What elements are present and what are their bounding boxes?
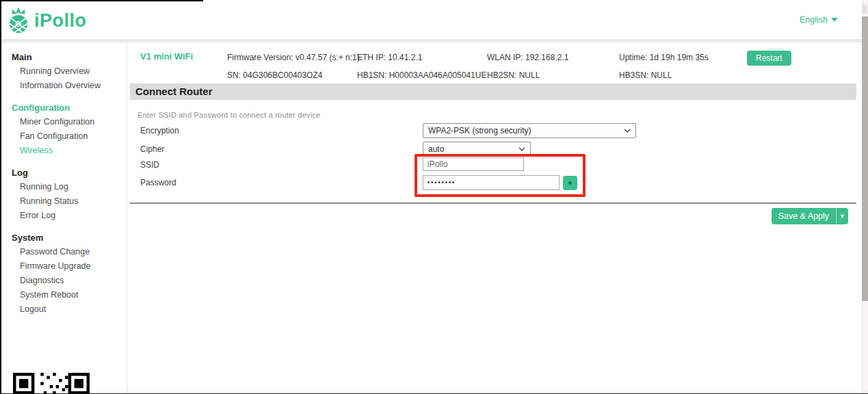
sidebar-item-system-reboot[interactable]: System Reboot	[0, 288, 127, 302]
language-label: English	[800, 15, 828, 25]
section-description: Enter SSID and Password to connect a rou…	[137, 111, 320, 119]
serial-number: SN: 04G306BC00403OZ4	[227, 70, 322, 80]
sidebar-heading-configuration: Configuration	[0, 101, 127, 115]
encryption-selected-value: WPA2-PSK (strong security)	[428, 126, 531, 135]
ssid-label: SSID	[140, 160, 159, 170]
window-border-left	[0, 0, 1, 394]
sidebar-item-running-overview[interactable]: Running Overview	[0, 64, 127, 79]
encryption-label: Encryption	[140, 126, 179, 135]
sidebar-heading-log: Log	[0, 166, 127, 180]
sidebar-nav: Main Running Overview Information Overvi…	[0, 42, 127, 394]
scrollbar-up-arrow[interactable]	[863, 5, 867, 14]
qr-finder-top-left	[13, 373, 34, 394]
vertical-scrollbar	[862, 0, 868, 394]
save-apply-dropdown-button[interactable]: ▼	[836, 208, 848, 224]
restart-button[interactable]: Restart	[747, 51, 791, 66]
firmware-version: Firmware Version: v0.47.57 (s:+ n:1)	[227, 53, 360, 62]
sidebar-item-miner-configuration[interactable]: Miner Configuration	[0, 115, 127, 129]
hb3-serial: HB3SN: NULL	[619, 70, 672, 80]
sidebar-heading-main: Main	[0, 50, 127, 64]
qr-code	[13, 373, 90, 394]
window-border-top	[0, 0, 203, 1]
eye-dot-icon	[568, 181, 572, 185]
sidebar-section-system: System Password Change Firmware Upgrade …	[0, 231, 127, 317]
uptime: Uptime: 1d 19h 19m 35s	[619, 53, 709, 62]
password-input[interactable]	[423, 175, 560, 190]
ipollo-web-ui: iPollo English Main Running Overview Inf…	[0, 0, 868, 394]
main-content: V1 mini WiFi Firmware Version: v0.47.57 …	[127, 42, 862, 394]
eth-ip: ETH IP: 10.41.2.1	[357, 53, 422, 62]
sidebar-section-log: Log Running Log Running Status Error Log	[0, 166, 127, 223]
section-title-bar: Connect Router	[130, 83, 856, 100]
ssid-input[interactable]	[423, 157, 524, 171]
language-selector[interactable]: English	[800, 15, 838, 25]
encryption-select[interactable]: WPA2-PSK (strong security)	[423, 123, 636, 138]
top-header: iPollo English	[0, 0, 868, 42]
hb1-serial: HB1SN: H00003AA046A005041UE	[357, 70, 486, 80]
sidebar-item-firmware-upgrade[interactable]: Firmware Upgrade	[0, 259, 127, 274]
scrollbar-thumb[interactable]	[862, 16, 868, 301]
sidebar-item-wireless[interactable]: Wireless	[0, 144, 127, 158]
password-label: Password	[140, 178, 176, 187]
content-divider	[130, 202, 856, 204]
cipher-select[interactable]: auto	[423, 142, 531, 157]
brand-logo[interactable]: iPollo	[7, 6, 87, 35]
sidebar-heading-system: System	[0, 231, 127, 245]
save-apply-split-button: Save & Apply ▼	[772, 208, 848, 224]
sidebar-item-logout[interactable]: Logout	[0, 302, 127, 317]
sidebar-item-running-log[interactable]: Running Log	[0, 180, 127, 194]
chevron-down-icon	[831, 18, 838, 22]
sidebar-item-password-change[interactable]: Password Change	[0, 245, 127, 259]
device-model: V1 mini WiFi	[140, 51, 193, 62]
save-apply-button[interactable]: Save & Apply	[772, 208, 836, 224]
wlan-ip: WLAN IP: 192.168.2.1	[487, 53, 568, 62]
cipher-label: Cipher	[140, 144, 164, 154]
brand-name: iPollo	[34, 10, 87, 31]
cipher-selected-value: auto	[428, 144, 444, 154]
sidebar-section-configuration: Configuration Miner Configuration Fan Co…	[0, 101, 127, 158]
qr-finder-top-right	[68, 373, 90, 394]
sidebar-item-error-log[interactable]: Error Log	[0, 209, 127, 223]
show-password-button[interactable]	[563, 176, 577, 190]
pineapple-logo-icon	[7, 6, 30, 35]
sidebar-item-running-status[interactable]: Running Status	[0, 194, 127, 209]
sidebar-section-main: Main Running Overview Information Overvi…	[0, 50, 127, 93]
sidebar-item-information-overview[interactable]: Information Overview	[0, 79, 127, 93]
hb2-serial: HB2SN: NULL	[487, 70, 540, 80]
sidebar-item-diagnostics[interactable]: Diagnostics	[0, 274, 127, 288]
select-chevron-icon	[518, 147, 525, 151]
sidebar-item-fan-configuration[interactable]: Fan Configuration	[0, 129, 127, 144]
select-chevron-icon	[624, 129, 631, 133]
